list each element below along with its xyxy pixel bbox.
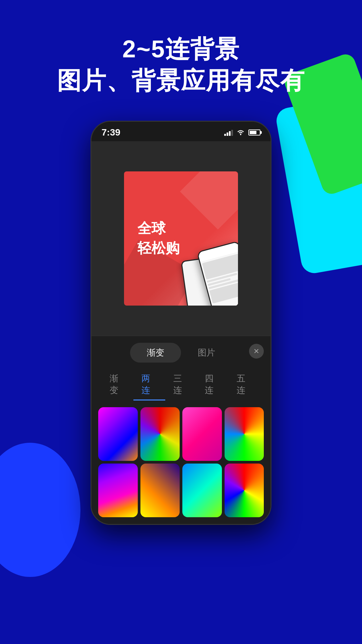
gradient-grid bbox=[92, 407, 270, 524]
status-time: 7:39 bbox=[102, 127, 120, 138]
bottom-panel: 渐变 图片 × 渐变 两连 三连 四连 五连 bbox=[92, 336, 270, 524]
header-section: 2~5连背景 图片、背景应用有尽有 bbox=[0, 34, 362, 96]
gradient-item-5[interactable] bbox=[98, 464, 138, 517]
gradient-item-2[interactable] bbox=[140, 407, 180, 461]
sub-tab-three[interactable]: 三连 bbox=[165, 369, 197, 400]
phone-frame: 7:39 bbox=[90, 121, 272, 525]
card-text: 全球 轻松购 bbox=[137, 219, 180, 258]
status-bar: 7:39 bbox=[92, 122, 270, 141]
gradient-item-7[interactable] bbox=[182, 464, 222, 517]
gradient-item-1[interactable] bbox=[98, 407, 138, 461]
header-title-line2: 图片、背景应用有尽有 bbox=[0, 65, 362, 97]
card-line2: 轻松购 bbox=[137, 238, 180, 258]
sub-tab-four[interactable]: 四连 bbox=[197, 369, 229, 400]
sub-tab-gradient[interactable]: 渐变 bbox=[102, 369, 133, 400]
sub-tab-two[interactable]: 两连 bbox=[133, 369, 165, 400]
svg-point-0 bbox=[240, 134, 241, 135]
header-title-line1: 2~5连背景 bbox=[0, 34, 362, 65]
status-icons bbox=[224, 129, 260, 136]
sub-tab-five[interactable]: 五连 bbox=[229, 369, 260, 400]
tab-image[interactable]: 图片 bbox=[181, 343, 232, 363]
wifi-icon bbox=[236, 129, 245, 136]
bg-shape-blue-left bbox=[0, 443, 80, 577]
gradient-item-8[interactable] bbox=[225, 464, 264, 517]
tab-bar: 渐变 图片 × bbox=[92, 336, 270, 366]
preview-card: 全球 轻松购 bbox=[124, 171, 238, 306]
phone-mockup: 7:39 bbox=[90, 121, 272, 525]
battery-icon bbox=[248, 129, 260, 136]
gradient-item-4[interactable] bbox=[225, 407, 264, 461]
close-icon: × bbox=[254, 346, 259, 356]
phone-content-area: 全球 轻松购 bbox=[92, 141, 270, 336]
signal-icon bbox=[224, 129, 233, 136]
card-line1: 全球 bbox=[137, 219, 180, 238]
gradient-item-6[interactable] bbox=[140, 464, 180, 517]
close-button[interactable]: × bbox=[249, 344, 264, 359]
tab-gradient[interactable]: 渐变 bbox=[130, 343, 181, 363]
sub-tab-bar: 渐变 两连 三连 四连 五连 bbox=[92, 366, 270, 407]
gradient-item-3[interactable] bbox=[182, 407, 222, 461]
